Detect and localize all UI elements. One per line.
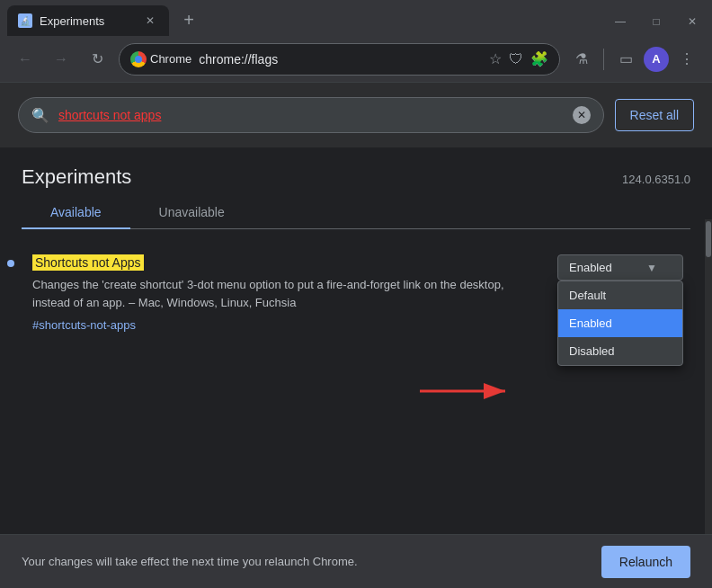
dropdown-wrapper: Enabled ▼ Default Enabled Disabled: [557, 254, 683, 281]
url-text: chrome://flags: [199, 52, 278, 67]
star-icon[interactable]: ☆: [489, 50, 502, 67]
window-close-button[interactable]: ✕: [680, 13, 705, 31]
tab-unavailable[interactable]: Unavailable: [130, 196, 254, 228]
chrome-brand-label: Chrome: [150, 52, 191, 66]
forward-button[interactable]: →: [47, 45, 76, 74]
tab-favicon: 🔬: [18, 13, 32, 28]
address-bar[interactable]: Chrome chrome://flags ☆ 🛡 🧩: [119, 43, 560, 76]
tab-close-button[interactable]: ✕: [142, 13, 158, 29]
bottom-bar: Your changes will take effect the next t…: [0, 534, 712, 588]
user-avatar[interactable]: A: [644, 47, 669, 72]
sidebar-icon[interactable]: ▭: [611, 45, 640, 74]
dropdown-option-enabled[interactable]: Enabled: [558, 309, 682, 337]
scrollbar[interactable]: [705, 219, 712, 534]
chrome-logo: Chrome: [130, 51, 191, 67]
search-box[interactable]: 🔍 shortcuts not apps ✕: [18, 97, 604, 133]
relaunch-message: Your changes will take effect the next t…: [22, 555, 358, 568]
experiment-name: Shortcuts not Apps: [32, 254, 144, 271]
dropdown-button[interactable]: Enabled ▼: [557, 254, 683, 281]
nav-action-icons: ⚗ ▭ A ⋮: [567, 45, 701, 74]
search-clear-button[interactable]: ✕: [573, 106, 591, 124]
title-bar: 🔬 Experiments ✕ + — □ ✕: [0, 0, 712, 36]
red-arrow-annotation: [411, 378, 519, 405]
experiments-header: Experiments 124.0.6351.0: [0, 147, 712, 196]
tab-title: Experiments: [40, 14, 135, 28]
dropdown-menu: Default Enabled Disabled: [557, 281, 683, 366]
experiment-item: Shortcuts not Apps Changes the 'create s…: [22, 244, 690, 343]
dropdown-arrow-icon: ▼: [646, 262, 657, 274]
search-icon: 🔍: [31, 107, 49, 124]
back-button[interactable]: ←: [11, 45, 40, 74]
dropdown-option-default[interactable]: Default: [558, 281, 682, 309]
experiment-control: Enabled ▼ Default Enabled Disabled: [557, 254, 683, 281]
experiment-dot: [7, 260, 14, 267]
shield-icon: 🛡: [509, 51, 523, 67]
relaunch-button[interactable]: Relaunch: [601, 546, 690, 578]
experiment-link[interactable]: #shortcuts-not-apps: [32, 318, 136, 332]
tab-available[interactable]: Available: [22, 196, 130, 228]
scrollbar-thumb[interactable]: [706, 221, 711, 257]
reset-all-button[interactable]: Reset all: [615, 99, 694, 131]
chrome-icon-inner: [135, 56, 142, 63]
tabs-container: Available Unavailable: [22, 196, 690, 229]
main-content: 🔍 shortcuts not apps ✕ Reset all Experim…: [0, 83, 712, 534]
flask-icon[interactable]: ⚗: [567, 45, 596, 74]
dropdown-selected-value: Enabled: [569, 261, 612, 274]
experiments-list: Shortcuts not Apps Changes the 'create s…: [0, 229, 712, 358]
menu-button[interactable]: ⋮: [672, 45, 701, 74]
window-controls: — □ ✕: [608, 13, 705, 31]
experiment-description: Changes the 'create shortcut' 3-dot menu…: [32, 276, 536, 311]
version-badge: 124.0.6351.0: [622, 173, 690, 186]
navigation-bar: ← → ↻ Chrome chrome://flags ☆ 🛡 🧩 ⚗ ▭ A …: [0, 36, 712, 83]
search-input[interactable]: shortcuts not apps: [58, 108, 564, 122]
browser-tab[interactable]: 🔬 Experiments ✕: [7, 5, 169, 36]
extension-icon[interactable]: 🧩: [530, 50, 548, 67]
new-tab-button[interactable]: +: [176, 7, 201, 32]
nav-divider: [603, 49, 604, 70]
minimize-button[interactable]: —: [608, 13, 633, 31]
page-title: Experiments: [22, 165, 131, 189]
maximize-button[interactable]: □: [644, 13, 669, 31]
search-container: 🔍 shortcuts not apps ✕ Reset all: [0, 83, 712, 147]
chrome-icon: [130, 51, 147, 67]
refresh-button[interactable]: ↻: [83, 45, 111, 74]
dropdown-option-disabled[interactable]: Disabled: [558, 337, 682, 365]
